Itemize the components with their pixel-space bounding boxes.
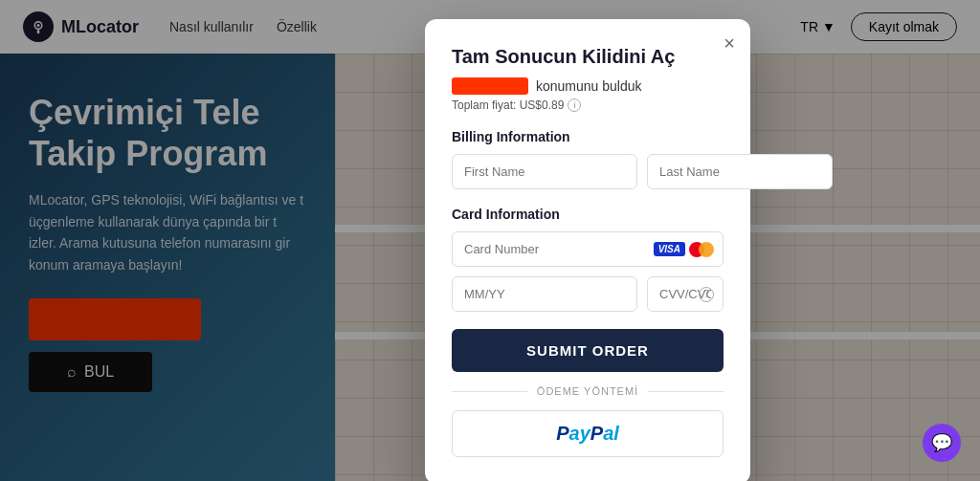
divider-line-right	[648, 391, 724, 392]
cvv-info-icon[interactable]: ?	[699, 287, 714, 302]
payment-modal: × Tam Sonucun Kilidini Aç konumunu buldu…	[425, 19, 750, 481]
first-name-field[interactable]	[452, 154, 637, 189]
modal-red-pill	[452, 77, 528, 95]
divider-row: ÖDEME YÖNTEMİ	[452, 385, 724, 397]
card-number-wrap: VISA	[452, 231, 724, 267]
last-name-field[interactable]	[647, 154, 833, 189]
modal-subtitle-text: konumunu bulduk	[536, 78, 642, 94]
divider-line-left	[452, 391, 527, 392]
chat-icon: 💬	[931, 432, 952, 453]
visa-icon: VISA	[654, 242, 685, 256]
paypal-logo: P ay P al	[556, 423, 619, 445]
modal-subtitle-row: konumunu bulduk	[452, 77, 724, 95]
cvv-wrap: ?	[647, 276, 724, 312]
modal-title: Tam Sonucun Kilidini Aç	[452, 46, 724, 68]
paypal-button[interactable]: P ay P al	[452, 410, 724, 457]
submit-order-button[interactable]: SUBMIT ORDER	[452, 329, 724, 372]
close-button[interactable]: ×	[724, 33, 735, 55]
expiry-field[interactable]	[452, 276, 637, 312]
chat-widget[interactable]: 💬	[923, 424, 961, 462]
card-section-label: Card Information	[452, 207, 724, 222]
mastercard-icon	[689, 242, 714, 257]
card-icons: VISA	[654, 242, 714, 257]
modal-price: Toplam fiyat: US$0.89 i	[452, 98, 724, 112]
billing-row	[452, 154, 724, 189]
billing-section-label: Billing Information	[452, 129, 724, 144]
card-bottom-row: ?	[452, 276, 724, 312]
price-info-icon[interactable]: i	[568, 98, 581, 112]
divider-text: ÖDEME YÖNTEMİ	[537, 385, 638, 397]
